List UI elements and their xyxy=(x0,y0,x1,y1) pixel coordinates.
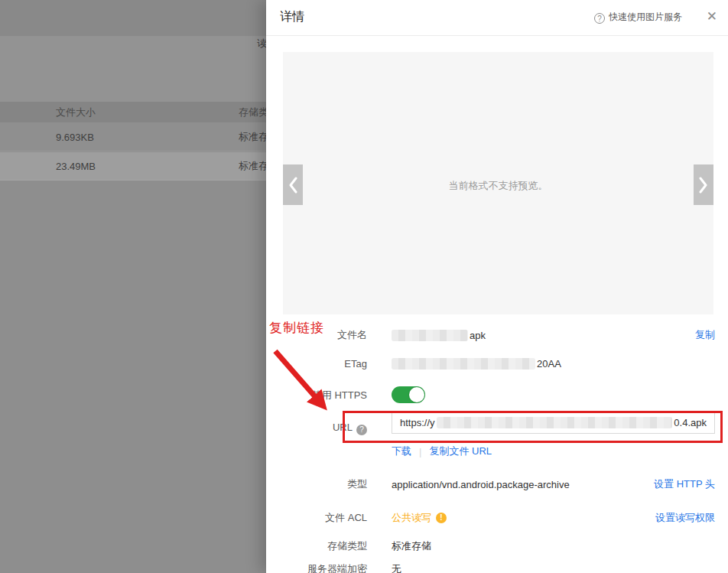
cell-filesize: 23.49MB xyxy=(56,161,96,172)
preview-unsupported-message: 当前格式不支持预览。 xyxy=(283,179,713,193)
table-row[interactable]: 9.693KB 标准存 xyxy=(0,123,266,151)
filename-suffix: apk xyxy=(470,330,486,341)
cell-storageclass: 标准存 xyxy=(239,130,266,144)
column-header-filesize: 文件大小 xyxy=(56,106,96,119)
cell-storageclass: 标准存 xyxy=(239,159,266,173)
encryption-value: 无 xyxy=(392,562,401,573)
copy-file-url-link[interactable]: 复制文件 URL xyxy=(429,444,492,458)
storage-class-value: 标准存储 xyxy=(392,539,431,553)
details-drawer: 详情 ?快速使用图片服务 ✕ 当前格式不支持预览。 文件名 xyxy=(266,0,728,573)
redacted-segment xyxy=(392,358,535,370)
toggle-knob xyxy=(409,387,424,402)
etag-label: ETag xyxy=(266,358,367,370)
type-label: 类型 xyxy=(266,477,367,491)
field-row-type: 类型 application/vnd.android.package-archi… xyxy=(266,478,728,490)
field-row-storage-class: 存储类型 标准存储 xyxy=(266,540,728,552)
chevron-left-icon xyxy=(288,177,297,194)
copy-filename-button[interactable]: 复制 xyxy=(695,328,715,342)
field-row-encryption: 服务器端加密 无 xyxy=(266,563,728,573)
acl-label: 文件 ACL xyxy=(266,511,367,525)
image-service-help-link[interactable]: ?快速使用图片服务 xyxy=(594,11,682,24)
previous-file-button[interactable] xyxy=(283,164,303,205)
url-input[interactable]: https://y 0.4.apk xyxy=(392,411,715,434)
field-row-url: URL? https://y 0.4.apk xyxy=(266,422,728,435)
drawer-header: 详情 ?快速使用图片服务 ✕ xyxy=(266,0,728,36)
annotation-arrow-icon xyxy=(268,340,338,417)
help-link-label: 快速使用图片服务 xyxy=(609,11,682,22)
etag-value: 20AA xyxy=(392,358,561,370)
warning-icon: ! xyxy=(436,513,447,523)
screen: 读 文件大小 存储类 9.693KB 标准存 23.49MB 标准存 详情 ?快… xyxy=(0,0,728,573)
field-row-https: 使用 HTTPS xyxy=(266,386,728,403)
acl-value: 公共读写 ! xyxy=(392,511,447,525)
next-file-button[interactable] xyxy=(694,164,713,205)
chevron-right-icon xyxy=(699,177,708,194)
https-label: 使用 HTTPS xyxy=(266,389,367,402)
question-circle-icon: ? xyxy=(594,13,605,24)
https-toggle[interactable] xyxy=(392,386,425,403)
background-clipped-text: 读 xyxy=(257,37,266,50)
redacted-segment xyxy=(392,330,468,341)
url-prefix: https://y xyxy=(400,417,435,428)
file-preview-area: 当前格式不支持预览。 xyxy=(283,52,713,314)
close-icon[interactable]: ✕ xyxy=(707,8,717,24)
annotation-label: 复制链接 xyxy=(269,319,324,337)
table-header-row: 文件大小 存储类 xyxy=(0,102,266,123)
storage-class-label: 存储类型 xyxy=(266,539,367,553)
dimmed-backdrop: 读 文件大小 存储类 9.693KB 标准存 23.49MB 标准存 xyxy=(0,0,266,573)
drawer-title: 详情 xyxy=(280,9,304,25)
set-acl-permission-link[interactable]: 设置读写权限 xyxy=(655,511,715,525)
url-actions: 下载 | 复制文件 URL xyxy=(392,444,492,458)
field-row-etag: ETag 20AA xyxy=(266,357,728,370)
set-http-header-link[interactable]: 设置 HTTP 头 xyxy=(654,477,715,491)
etag-suffix: 20AA xyxy=(537,358,561,370)
url-label: URL? xyxy=(266,422,367,435)
url-suffix: 0.4.apk xyxy=(674,417,707,428)
field-row-acl: 文件 ACL 公共读写 ! 设置读写权限 xyxy=(266,512,728,524)
background-topbar xyxy=(0,0,266,36)
type-value: application/vnd.android.package-archive xyxy=(392,479,570,490)
encryption-label: 服务器端加密 xyxy=(266,562,367,573)
download-link[interactable]: 下载 xyxy=(392,444,411,458)
filename-value: apk xyxy=(392,330,486,341)
table-row-selected[interactable]: 23.49MB 标准存 xyxy=(0,152,266,181)
question-circle-icon: ? xyxy=(356,425,367,435)
separator: | xyxy=(419,446,421,457)
cell-filesize: 9.693KB xyxy=(56,132,94,143)
column-header-storageclass: 存储类 xyxy=(239,106,266,119)
url-actions-row: 下载 | 复制文件 URL xyxy=(266,445,728,457)
redacted-segment xyxy=(437,417,673,428)
background-subheader xyxy=(0,36,266,102)
field-row-filename: 文件名 apk 复制 xyxy=(266,329,728,341)
